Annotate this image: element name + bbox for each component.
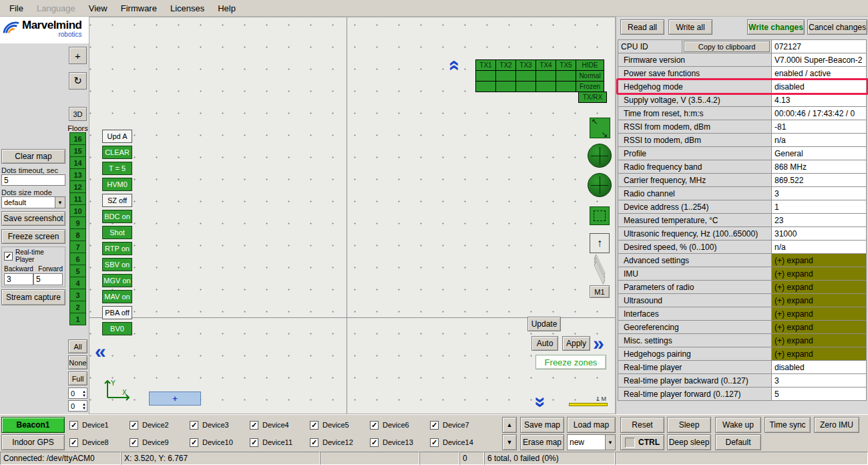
- map-button-shot[interactable]: Shot: [102, 226, 132, 239]
- write-changes-button[interactable]: Write changes: [747, 19, 805, 35]
- param-value-ultrasonic-frequency-hz-100-65000[interactable]: 31000: [771, 226, 867, 241]
- tx-cell[interactable]: [556, 81, 576, 92]
- tx-cell[interactable]: [515, 81, 536, 92]
- param-value-device-address-1-254[interactable]: 1: [771, 200, 867, 214]
- default-button[interactable]: Default: [715, 434, 761, 450]
- dots-timeout-input[interactable]: [1, 174, 65, 186]
- rotate-tool-icon[interactable]: ↻: [69, 72, 87, 90]
- pan-tool-icon[interactable]: +: [69, 47, 87, 64]
- param-value-firmware-version[interactable]: V7.000i Super-Beacon-2: [771, 53, 867, 67]
- menu-item-view[interactable]: View: [82, 0, 114, 16]
- param-value-misc-settings[interactable]: (+) expand: [771, 333, 867, 347]
- scroll-down-icon[interactable]: «: [530, 397, 546, 408]
- checkbox-icon[interactable]: [130, 438, 138, 447]
- param-value-carrier-frequency-mhz[interactable]: 869.522: [771, 173, 867, 187]
- param-value-interfaces[interactable]: (+) expand: [771, 307, 867, 321]
- tx-normal-button[interactable]: Normal: [576, 70, 604, 82]
- cancel-changes-button[interactable]: Cancel changes: [807, 19, 867, 35]
- checkbox-icon[interactable]: [370, 421, 379, 430]
- checkbox-icon[interactable]: [69, 438, 78, 447]
- device-toggle-device9[interactable]: Device9: [130, 438, 190, 447]
- param-value-supply-voltage-v-3-5-4-2[interactable]: 4.13: [771, 93, 867, 107]
- realtime-player-checkbox[interactable]: [4, 252, 13, 261]
- menu-item-help[interactable]: Help: [211, 0, 242, 16]
- checkbox-icon[interactable]: [130, 421, 138, 430]
- param-value-georeferencing[interactable]: (+) expand: [771, 320, 867, 334]
- scroll-right-icon[interactable]: «: [593, 335, 604, 351]
- zero-imu-button[interactable]: Zero IMU: [814, 417, 859, 433]
- floors-none-button[interactable]: None: [68, 355, 87, 369]
- ctrl-toggle[interactable]: CTRL: [620, 434, 664, 450]
- param-value-hedgehogs-pairing[interactable]: (+) expand: [771, 347, 867, 361]
- tx-cell[interactable]: [556, 70, 576, 82]
- map-button-sbv-on[interactable]: SBV on: [102, 258, 132, 271]
- m1-button[interactable]: M1: [590, 285, 610, 298]
- tx-cell[interactable]: [535, 70, 556, 82]
- param-value-real-time-player[interactable]: disabled: [771, 360, 867, 374]
- read-all-button[interactable]: Read all: [620, 19, 664, 35]
- tx-tx-rx-button[interactable]: TX/RX: [578, 92, 607, 103]
- 3d-view-button[interactable]: 3D: [69, 107, 87, 121]
- beacon1-tab[interactable]: Beacon1: [1, 417, 65, 433]
- beacon-marker-icon[interactable]: [588, 144, 612, 168]
- write-all-button[interactable]: Write all: [668, 19, 712, 35]
- checkbox-icon[interactable]: [430, 438, 439, 447]
- floor-button-11[interactable]: 11: [69, 192, 86, 205]
- forward-input[interactable]: [33, 273, 63, 285]
- freeze-zones-button[interactable]: Freeze zones: [535, 355, 606, 369]
- tx-header-tx5[interactable]: TX5: [556, 59, 576, 71]
- map-button-mgv-on[interactable]: MGV on: [102, 274, 132, 287]
- stream-capture-button[interactable]: Stream capture: [1, 289, 65, 305]
- param-value-desired-speed-0-100[interactable]: n/a: [771, 240, 867, 254]
- checkbox-icon[interactable]: [69, 421, 78, 430]
- checkbox-icon[interactable]: [190, 421, 198, 430]
- freeze-screen-button[interactable]: Freeze screen: [1, 229, 65, 244]
- menu-item-licenses[interactable]: Licenses: [164, 0, 211, 16]
- param-value-advanced-settings[interactable]: (+) expand: [771, 253, 867, 267]
- tx-cell[interactable]: [495, 81, 516, 92]
- time-sync-button[interactable]: Time sync: [765, 417, 811, 433]
- device-list-up-button[interactable]: ▲: [502, 417, 517, 433]
- save-map-button[interactable]: Save map: [520, 417, 564, 433]
- param-value-time-from-reset-h-m-s[interactable]: 00:00:46 / 17:43:42 / 0: [771, 106, 867, 120]
- load-map-button[interactable]: Load map: [567, 417, 616, 433]
- map-button-t-5[interactable]: T = 5: [102, 162, 132, 175]
- menu-item-file[interactable]: File: [3, 0, 30, 16]
- ctrl-checkbox[interactable]: [625, 438, 635, 448]
- floors-all-button[interactable]: All: [68, 339, 87, 353]
- device-toggle-device5[interactable]: Device5: [310, 421, 370, 430]
- indoor-gps-tab[interactable]: Indoor GPS: [1, 434, 65, 450]
- map-button-bdc-on[interactable]: BDC on: [102, 210, 132, 223]
- param-value-power-save-functions[interactable]: enabled / active: [771, 66, 867, 80]
- device-toggle-device1[interactable]: Device1: [69, 421, 130, 430]
- spinner-arrows-icon[interactable]: ▲▼: [82, 390, 87, 398]
- auto-button[interactable]: Auto: [531, 336, 558, 351]
- tx-header-tx3[interactable]: TX3: [515, 59, 536, 71]
- floor-button-12[interactable]: 12: [69, 180, 86, 193]
- device-toggle-device12[interactable]: Device12: [310, 438, 370, 447]
- sleep-button[interactable]: Sleep: [667, 417, 711, 433]
- device-toggle-device10[interactable]: Device10: [190, 438, 250, 447]
- floor-spinner-bottom[interactable]: 0 ▲▼: [68, 400, 87, 412]
- floor-button-16[interactable]: 16: [69, 132, 86, 145]
- backward-input[interactable]: [4, 273, 33, 285]
- layers-icon[interactable]: [588, 261, 611, 279]
- add-submap-button[interactable]: +: [149, 392, 201, 406]
- tx-header-tx2[interactable]: TX2: [495, 59, 516, 71]
- device-toggle-device13[interactable]: Device13: [370, 438, 430, 447]
- floor-button-15[interactable]: 15: [69, 144, 86, 157]
- floor-button-5[interactable]: 5: [69, 265, 86, 277]
- update-button[interactable]: Update: [527, 317, 561, 331]
- tx-frozen-button[interactable]: Frozen: [576, 81, 604, 92]
- device-toggle-device6[interactable]: Device6: [370, 421, 430, 430]
- checkbox-icon[interactable]: [310, 421, 318, 430]
- reset-button[interactable]: Reset: [620, 417, 664, 433]
- floor-button-9[interactable]: 9: [69, 216, 86, 229]
- apply-button[interactable]: Apply: [562, 336, 590, 351]
- checkbox-icon[interactable]: [310, 438, 318, 447]
- floor-button-14[interactable]: 14: [69, 156, 86, 169]
- floor-button-8[interactable]: 8: [69, 228, 86, 241]
- checkbox-icon[interactable]: [370, 438, 379, 447]
- tx-cell[interactable]: [535, 81, 556, 92]
- param-value-cpu-id[interactable]: 072127: [771, 39, 867, 53]
